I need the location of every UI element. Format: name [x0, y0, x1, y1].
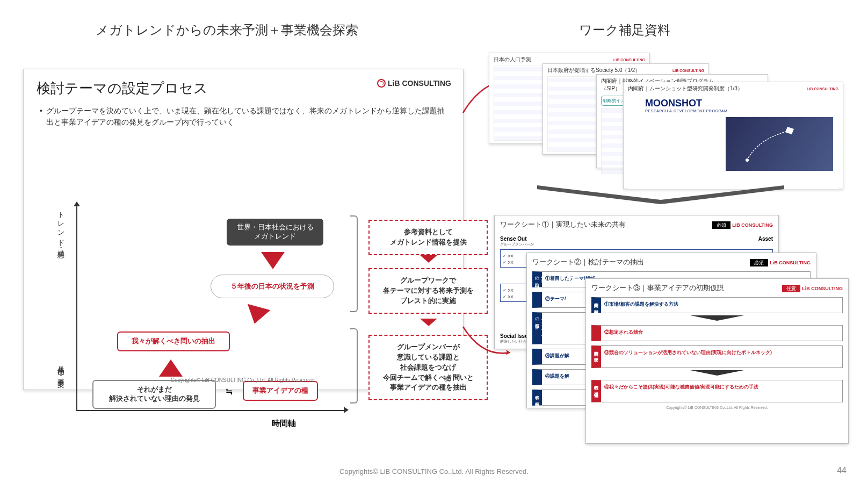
crescent-icon	[628, 98, 642, 112]
box-seed: 事業アイデアの種	[243, 381, 318, 401]
moonshot-logo: MOONSHOT RESEARCH & DEVELOPMENT PROGRAM	[628, 98, 838, 113]
box-forecast: ５年後の日本の状況を予測	[211, 275, 334, 298]
arrow-icon	[159, 359, 183, 377]
sense-out-label: Sense Out	[500, 236, 534, 242]
chevron-down-icon	[690, 370, 744, 376]
mini-logo: LiB CONSULTING	[613, 58, 645, 62]
logo-icon	[377, 79, 386, 88]
moonshot-sub: RESEARCH & DEVELOPMENT PROGRAM	[645, 109, 727, 113]
mini-logo: LiB CONSULTING	[672, 69, 704, 73]
ws3-section-4: 我々の提供価値 ④我々だからこそ提供(実現)可能な独自価値/実現可能にするための…	[591, 380, 843, 402]
worksheets: ワークシート①｜実現したい未来の共有 必須 LiB CONSULTING Sen…	[489, 211, 854, 447]
svg-point-0	[746, 158, 749, 162]
ws1-title: ワークシート①｜実現したい未来の共有	[500, 220, 626, 229]
diagram-area: トレンド・構想 具体的な事業案 時間軸 世界・日本社会におけるメガトレンド ５年…	[57, 199, 465, 430]
y-axis-bottom: 具体的な事業案	[56, 361, 66, 376]
thumb-4-title: 内閣府｜ムーンショット型研究開発制度（1/3）	[628, 85, 743, 92]
ws3-title: ワークシート③｜事業アイデアの初期仮説	[591, 283, 724, 293]
page-footer-copyright: Copyrights© LiB CONSULTING Co.,Ltd. All …	[339, 467, 529, 475]
dashed-box-2: グループワークで各テーマに対する将来予測をブレスト的に実施	[368, 268, 488, 314]
x-axis-label: 時間軸	[272, 419, 296, 429]
axis-x	[76, 410, 345, 411]
mini-logo: LiB CONSULTING	[807, 87, 838, 91]
bracket-icon	[350, 215, 358, 312]
ws3-section-2: ②想定される競合	[591, 325, 843, 341]
vbar-text: 競合の状況	[592, 348, 598, 355]
asset-label: Asset	[758, 236, 773, 247]
big-chevron-down	[532, 183, 790, 204]
logo-text: LiB CONSULTING	[388, 79, 451, 88]
slide-page-number: 60	[444, 376, 451, 383]
mini-logo: LiB CONSULTING	[770, 260, 811, 265]
thumbnails-top: 日本の人口予測LiB CONSULTING 日本政府が提唱するSociety 5…	[483, 48, 849, 177]
thumb-body: MOONSHOT RESEARCH & DEVELOPMENT PROGRAM	[628, 98, 838, 189]
chevron-down-icon	[420, 319, 437, 326]
sense-out-sub: グループメンバーが	[500, 242, 534, 247]
slide-logo: LiB CONSULTING	[377, 79, 451, 88]
ws2-title: ワークシート②｜検討テーマの抽出	[532, 257, 644, 267]
mini-logo: LiB CONSULTING	[802, 286, 843, 291]
vbar-text: インサイトの初期仮説	[533, 314, 545, 344]
badge-optional: 任意	[782, 285, 800, 292]
vbar-text: 我々の提供価値	[592, 382, 598, 391]
main-slide: 検討テーマの設定プロセス LiB CONSULTING グループテーマを決めてい…	[23, 69, 464, 390]
heading-left: メガトレンドからの未来予測＋事業機会探索	[96, 21, 358, 39]
axis-y-arrow	[74, 201, 80, 206]
ws3-copyright: Copyrights© LiB CONSULTING Co.,Ltd. All …	[591, 406, 843, 409]
box-reason: それがまだ解決されていない理由の発見	[92, 380, 216, 409]
thumb-1-title: 日本の人口予測	[494, 56, 531, 63]
heading-right: ワーク補足資料	[579, 21, 670, 39]
box-megatrend: 世界・日本社会におけるメガトレンド	[227, 219, 323, 246]
slide-bullet: グループテーマを決めていく上で、いま現在、顕在化している課題ではなく、将来のメガ…	[37, 105, 450, 128]
ws3-section-3: 競合の状況 ③競合のソリューションが活用されていない理由(実現に向けたボトルネッ…	[591, 345, 843, 368]
arrow-icon	[243, 304, 271, 327]
approx-symbol: ≒	[226, 386, 233, 397]
box-question: 我々が解くべき問いの抽出	[117, 331, 230, 351]
vbar-text: 事業の初期仮説	[592, 299, 598, 308]
ws3-section-1: 事業の初期仮説 ①市場/顧客の課題を解決する方法	[591, 297, 843, 313]
chevron-down-icon	[690, 315, 744, 321]
chevron-down-icon	[420, 255, 437, 263]
dashed-box-1: 参考資料としてメガトレンド情報を提供	[368, 220, 488, 255]
arrow-icon	[261, 252, 285, 269]
thumb-2-title: 日本政府が提唱するSociety 5.0（1/2）	[547, 67, 640, 74]
axis-x-arrow	[344, 407, 349, 413]
vbar-text: 事業の初期仮説	[533, 392, 539, 400]
moonshot-text: MOONSHOT	[645, 98, 727, 109]
axis-y	[76, 205, 77, 410]
dashed-box-3: グループメンバーが意識している課題と社会課題をつなげ今回チームで解くべき問いと事…	[368, 335, 488, 400]
slide-copyright: Copyrights© LiB CONSULTING Co.,Ltd. All …	[171, 377, 316, 383]
y-axis-top: トレンド・構想	[56, 207, 66, 247]
mini-logo: LiB CONSULTING	[732, 222, 773, 228]
worksheet-3: ワークシート③｜事業アイデアの初期仮説 任意 LiB CONSULTING 事業…	[585, 278, 849, 444]
badge-required: 必須	[712, 221, 730, 229]
moonshot-image	[726, 117, 833, 171]
badge-required: 必須	[750, 259, 768, 266]
page-footer-number: 44	[837, 466, 847, 475]
bracket-icon	[350, 328, 358, 403]
vbar-text: テーマの抽出	[533, 273, 545, 287]
thumb-4: 内閣府｜ムーンショット型研究開発制度（1/3）LiB CONSULTING MO…	[623, 82, 843, 189]
